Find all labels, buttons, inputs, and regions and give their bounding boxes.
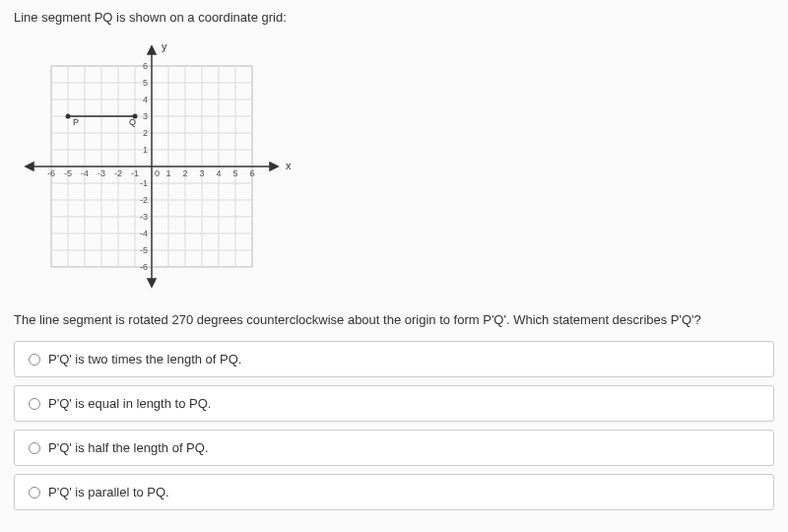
question-text: The line segment is rotated 270 degrees … [14, 312, 774, 327]
x-axis-arrow-right [270, 163, 278, 170]
y-axis-label: y [162, 40, 167, 52]
svg-text:-5: -5 [64, 168, 72, 178]
radio-icon [29, 398, 40, 410]
svg-text:-3: -3 [98, 168, 105, 178]
choice-1[interactable]: P'Q' is equal in length to PQ. [14, 385, 774, 422]
svg-text:6: 6 [143, 61, 148, 71]
choice-text: P'Q' is parallel to PQ. [48, 485, 169, 499]
prompt-text: Line segment PQ is shown on a coordinate… [14, 10, 774, 25]
svg-text:-4: -4 [140, 229, 148, 238]
svg-text:-6: -6 [47, 168, 55, 178]
coordinate-grid: -6 -5 -4 -3 -2 -1 0 1 2 3 4 5 6 6 5 4 3 … [14, 38, 774, 295]
radio-icon [29, 487, 40, 499]
svg-text:-5: -5 [140, 245, 148, 255]
choice-text: P'Q' is equal in length to PQ. [48, 396, 211, 411]
svg-text:-1: -1 [140, 178, 148, 188]
point-p [66, 114, 71, 119]
choice-3[interactable]: P'Q' is parallel to PQ. [14, 474, 774, 510]
svg-text:-2: -2 [114, 168, 122, 178]
svg-text:-3: -3 [140, 212, 148, 222]
choice-text: P'Q' is half the length of PQ. [48, 440, 209, 455]
radio-icon [29, 442, 40, 454]
choice-0[interactable]: P'Q' is two times the length of PQ. [14, 341, 774, 377]
svg-text:2: 2 [143, 128, 148, 138]
choice-2[interactable]: P'Q' is half the length of PQ. [14, 430, 774, 466]
radio-icon [29, 354, 40, 366]
y-axis-arrow-up [148, 46, 156, 54]
svg-text:3: 3 [143, 111, 148, 121]
svg-text:4: 4 [143, 95, 148, 104]
x-axis-arrow-left [26, 163, 33, 170]
x-axis-label: x [286, 160, 292, 171]
svg-text:4: 4 [216, 168, 221, 178]
label-p: P [73, 117, 79, 127]
svg-text:-4: -4 [81, 168, 89, 178]
label-q: Q [129, 117, 136, 127]
svg-text:6: 6 [249, 168, 254, 178]
svg-text:1: 1 [165, 168, 170, 178]
svg-text:5: 5 [143, 78, 148, 88]
grid-svg: -6 -5 -4 -3 -2 -1 0 1 2 3 4 5 6 6 5 4 3 … [14, 38, 299, 295]
y-axis-arrow-down [148, 279, 156, 287]
svg-text:3: 3 [199, 168, 204, 178]
svg-text:2: 2 [182, 168, 187, 178]
svg-text:-6: -6 [140, 262, 148, 272]
svg-text:-1: -1 [131, 168, 139, 178]
choice-text: P'Q' is two times the length of PQ. [48, 352, 241, 366]
svg-text:-2: -2 [140, 195, 148, 205]
svg-text:1: 1 [143, 145, 148, 155]
svg-text:0: 0 [155, 168, 160, 178]
svg-text:5: 5 [232, 168, 237, 178]
